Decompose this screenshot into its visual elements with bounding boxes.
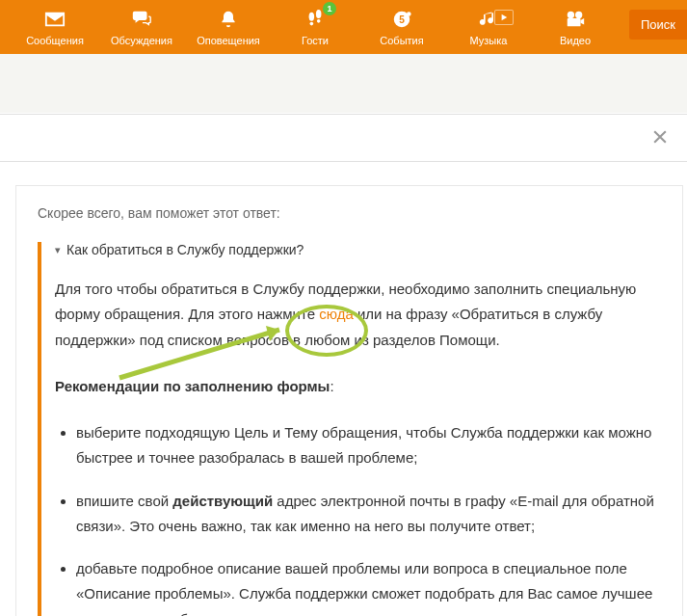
search-button[interactable]: Поиск [629,10,687,40]
nav-items: Сообщения Обсуждения Оповещения 1 Гости … [12,8,675,46]
svg-point-7 [568,12,574,18]
badge-count: 1 [323,2,336,15]
nav-label: Обсуждения [111,35,172,46]
header-spacer [0,54,687,114]
recommendations-heading: Рекомендации по заполнению формы: [55,374,659,399]
here-link[interactable]: сюда [319,306,354,322]
video-camera-icon [564,8,587,31]
chat-bubbles-icon [130,8,153,31]
play-emblem [494,10,514,25]
nav-music[interactable]: Музыка [445,8,532,46]
svg-point-6 [407,12,411,16]
envelope-icon [43,8,66,31]
nav-label: События [380,35,423,46]
faq-answer: Для того чтобы обратиться в Службу подде… [55,277,659,616]
list-item: добавьте подробное описание вашей пробле… [76,556,659,616]
bell-icon [217,8,240,31]
svg-point-2 [316,10,322,18]
nav-label: Музыка [470,35,508,46]
events-five-icon: 5 [390,8,413,31]
faq-paragraph-1: Для того чтобы обратиться в Службу подде… [55,277,659,353]
list-item: выберите подходящую Цель и Тему обращени… [76,420,659,471]
list-item: впишите свой действующий адрес электронн… [76,489,659,540]
recommendations-list: выберите подходящую Цель и Тему обращени… [55,420,659,616]
content-area: Скорее всего, вам поможет этот ответ: Ка… [0,162,687,616]
svg-point-0 [309,13,315,21]
music-note-icon [477,8,500,31]
svg-text:5: 5 [399,14,405,25]
nav-label: Видео [560,35,591,46]
faq-block: Как обратиться в Службу поддержки? Для т… [38,242,659,616]
nav-events[interactable]: 5 События [358,8,445,46]
faq-question[interactable]: Как обратиться в Службу поддержки? [55,242,659,257]
nav-label: Оповещения [197,35,260,46]
svg-point-1 [310,22,314,26]
nav-guests[interactable]: 1 Гости [272,8,358,46]
prompt-text: Скорее всего, вам поможет этот ответ: [38,205,659,221]
top-nav-bar: Сообщения Обсуждения Оповещения 1 Гости … [0,0,687,54]
nav-label: Сообщения [26,35,84,46]
search-bar[interactable] [0,114,687,162]
nav-discussions[interactable]: Обсуждения [98,8,185,46]
nav-video[interactable]: Видео [532,8,619,46]
svg-rect-9 [568,18,581,26]
faq-question-text: Как обратиться в Службу поддержки? [66,242,304,257]
answer-card: Скорее всего, вам поможет этот ответ: Ка… [15,185,683,616]
svg-point-8 [575,12,582,18]
nav-label: Гости [302,35,329,46]
nav-notifications[interactable]: Оповещения [185,8,272,46]
close-icon[interactable] [650,127,670,149]
svg-point-3 [317,19,321,23]
nav-messages[interactable]: Сообщения [12,8,98,46]
footprints-icon: 1 [304,8,327,31]
